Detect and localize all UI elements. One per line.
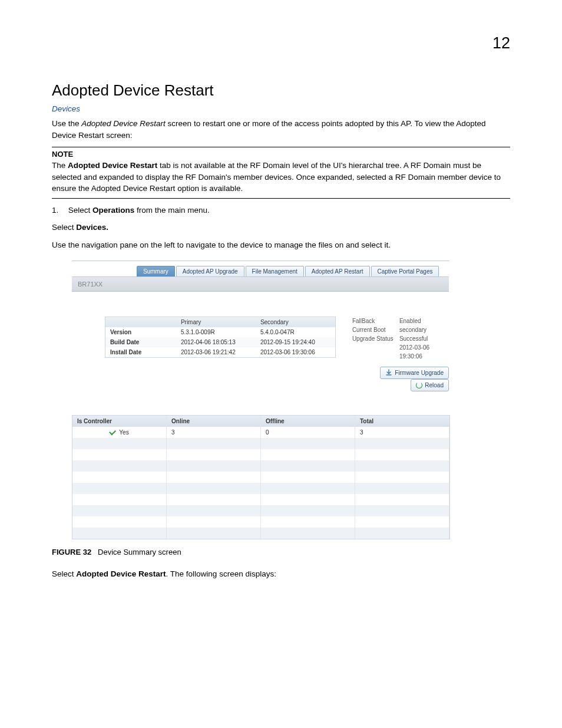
grid-head-is-controller[interactable]: Is Controller: [72, 416, 167, 427]
step-2-b: Devices.: [76, 223, 108, 232]
vt-row-version-label: Version: [105, 327, 176, 337]
grid-cell-total: 3: [355, 427, 449, 438]
status-upgrade-ts-blank: [352, 343, 399, 361]
figure-caption-label: FIGURE 32: [52, 548, 91, 556]
status-grid: Is Controller Online Offline Total Yes 3…: [72, 415, 450, 539]
status-upgrade-timestamp: 2012-03-06 19:30:06: [399, 343, 449, 361]
note-rule-top: [52, 147, 510, 147]
final-a: Select: [52, 569, 76, 578]
final-c: . The following screen displays:: [166, 569, 276, 578]
final-step: Select Adopted Device Restart. The follo…: [52, 568, 510, 580]
table-row: [72, 460, 449, 472]
section-title: Adopted Device Restart: [52, 81, 510, 100]
table-row: [72, 516, 449, 528]
tab-adopted-ap-upgrade[interactable]: Adopted AP Upgrade: [176, 266, 244, 276]
vt-row-install-label: Install Date: [105, 347, 176, 357]
tab-strip: Summary Adopted AP Upgrade File Manageme…: [137, 266, 449, 276]
version-table: Primary Secondary Version 5.3.1.0-009R 5…: [105, 317, 336, 358]
table-row: [72, 494, 449, 505]
note-a: The: [52, 161, 68, 170]
device-band: BR71XX: [72, 276, 449, 292]
figure-caption-text: Device Summary screen: [98, 548, 181, 556]
intro-paragraph: Use the Adopted Device Restart screen to…: [52, 118, 510, 141]
grid-cell-is-controller: Yes: [72, 427, 167, 438]
vt-head-primary: Primary: [176, 317, 256, 327]
status-current-boot-label: Current Boot: [352, 325, 399, 334]
grid-head-online[interactable]: Online: [167, 416, 261, 427]
note-b: Adopted Device Restart: [68, 161, 157, 170]
table-row: [72, 528, 449, 539]
table-row: [72, 483, 449, 494]
table-row: [72, 449, 449, 460]
note-label: NOTE: [52, 150, 510, 159]
step-2-a: Select: [52, 223, 76, 232]
firmware-upgrade-label: Firmware Upgrade: [395, 368, 444, 377]
table-row: [72, 438, 449, 449]
step-2: Select Devices.: [52, 222, 510, 233]
step-1-b: Operations: [92, 206, 134, 215]
table-row: [72, 505, 449, 516]
status-upgrade-value: Successful: [399, 334, 449, 343]
grid-head-offline[interactable]: Offline: [261, 416, 355, 427]
reload-button[interactable]: Reload: [411, 379, 449, 391]
download-icon: [385, 369, 392, 376]
intro-b: Adopted Device Restart: [81, 119, 166, 128]
vt-head-secondary: Secondary: [256, 317, 335, 327]
vt-blank-header: [105, 317, 176, 327]
grid-cell-offline: 0: [261, 427, 355, 438]
table-row: Yes 3 0 3: [72, 427, 449, 438]
figure-top-rule: [72, 261, 449, 261]
reload-label: Reload: [425, 381, 444, 390]
tab-file-management[interactable]: File Management: [246, 266, 304, 276]
step-1-num: 1.: [52, 205, 66, 216]
grid-cell-online: 3: [167, 427, 261, 438]
step-1: 1. Select Operations from the main menu.: [52, 205, 510, 216]
vt-secondary-version: 5.4.0.0-047R: [256, 327, 335, 337]
status-fallback-label: FallBack: [352, 317, 399, 325]
vt-primary-build: 2012-04-06 18:05:13: [176, 337, 256, 347]
vt-secondary-build: 2012-09-15 19:24:40: [256, 337, 335, 347]
grid-yes-label: Yes: [119, 429, 128, 436]
step-1-c: from the main menu.: [134, 206, 210, 215]
reload-icon: [416, 382, 422, 388]
page-number: 12: [492, 34, 510, 52]
status-upgrade-label: Upgrade Status: [352, 334, 399, 343]
breadcrumb[interactable]: Devices: [52, 104, 510, 113]
grid-head-total[interactable]: Total: [355, 416, 449, 427]
vt-primary-version: 5.3.1.0-009R: [176, 327, 256, 337]
status-pane: FallBack Enabled Current Boot secondary …: [352, 317, 449, 391]
status-current-boot-value: secondary: [399, 325, 449, 334]
figure-32: Summary Adopted AP Upgrade File Manageme…: [72, 261, 510, 539]
vt-row-build-label: Build Date: [105, 337, 176, 347]
vt-secondary-install: 2012-03-06 19:30:06: [256, 347, 335, 357]
step-3: Use the navigation pane on the left to n…: [52, 239, 510, 251]
vt-primary-install: 2012-03-06 19:21:42: [176, 347, 256, 357]
figure-caption: FIGURE 32 Device Summary screen: [52, 548, 510, 556]
status-fallback-value: Enabled: [399, 317, 449, 325]
table-row: [72, 472, 449, 483]
check-icon: [109, 428, 116, 435]
intro-a: Use the: [52, 119, 81, 128]
tab-summary[interactable]: Summary: [137, 266, 175, 276]
firmware-upgrade-button[interactable]: Firmware Upgrade: [380, 367, 449, 379]
note-rule-bottom: [52, 198, 510, 199]
step-1-a: Select: [68, 206, 92, 215]
tab-captive-portal-pages[interactable]: Captive Portal Pages: [371, 266, 439, 276]
final-b: Adopted Device Restart: [76, 569, 166, 578]
note-body: The Adopted Device Restart tab is not av…: [52, 160, 510, 195]
tab-adopted-ap-restart[interactable]: Adopted AP Restart: [305, 266, 370, 276]
